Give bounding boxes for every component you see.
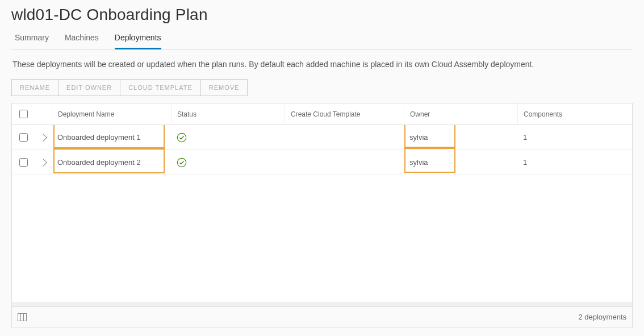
owner-cell: sylvia	[409, 133, 428, 142]
components-cell: 1	[517, 133, 632, 142]
select-all-checkbox[interactable]	[19, 110, 28, 118]
deployment-name-cell: Onboarded deployment 1	[57, 133, 141, 142]
table-header-row: Deployment Name Status Create Cloud Temp…	[12, 103, 632, 125]
table-body: Onboarded deployment 1 sylvia 1	[12, 125, 632, 302]
check-circle-icon	[177, 132, 187, 143]
header-create-cloud-template[interactable]: Create Cloud Template	[285, 103, 404, 125]
components-cell: 1	[517, 158, 632, 167]
svg-point-1	[177, 158, 186, 167]
edit-owner-button[interactable]: EDIT OWNER	[58, 79, 120, 96]
row-checkbox[interactable]	[19, 133, 28, 142]
tab-machines[interactable]: Machines	[65, 28, 99, 49]
table-toolbar: RENAME EDIT OWNER CLOUD TEMPLATE REMOVE	[11, 79, 633, 96]
footer-count: 2 deployments	[578, 313, 626, 321]
check-circle-icon	[177, 157, 187, 168]
header-owner[interactable]: Owner	[404, 103, 517, 125]
header-components[interactable]: Components	[517, 103, 632, 125]
row-checkbox[interactable]	[19, 158, 28, 167]
page-title: wld01-DC Onboarding Plan	[11, 0, 633, 28]
columns-toggle-icon[interactable]	[18, 313, 27, 321]
header-status[interactable]: Status	[171, 103, 285, 125]
table-row[interactable]: Onboarded deployment 1 sylvia 1	[12, 125, 632, 150]
svg-rect-2	[18, 313, 27, 321]
deployments-table: Deployment Name Status Create Cloud Temp…	[11, 103, 633, 327]
header-select-all[interactable]	[12, 110, 35, 118]
rename-button[interactable]: RENAME	[11, 79, 58, 96]
owner-cell: sylvia	[409, 158, 428, 167]
tab-deployments[interactable]: Deployments	[115, 28, 161, 49]
tab-bar: Summary Machines Deployments	[11, 28, 633, 49]
remove-button[interactable]: REMOVE	[201, 79, 248, 96]
chevron-right-icon[interactable]	[39, 133, 47, 141]
table-row[interactable]: Onboarded deployment 2 sylvia 1	[12, 150, 632, 175]
cloud-template-button[interactable]: CLOUD TEMPLATE	[120, 79, 201, 96]
table-footer: 2 deployments	[12, 306, 632, 327]
chevron-right-icon[interactable]	[39, 158, 47, 166]
action-bar: SAVE RUN CANCEL	[11, 327, 633, 336]
tab-summary[interactable]: Summary	[15, 28, 49, 49]
deployment-name-cell: Onboarded deployment 2	[57, 158, 141, 167]
page-description: These deployments will be created or upd…	[11, 49, 633, 79]
horizontal-scrollbar[interactable]	[12, 302, 632, 306]
header-deployment-name[interactable]: Deployment Name	[52, 103, 171, 125]
svg-point-0	[177, 133, 186, 142]
